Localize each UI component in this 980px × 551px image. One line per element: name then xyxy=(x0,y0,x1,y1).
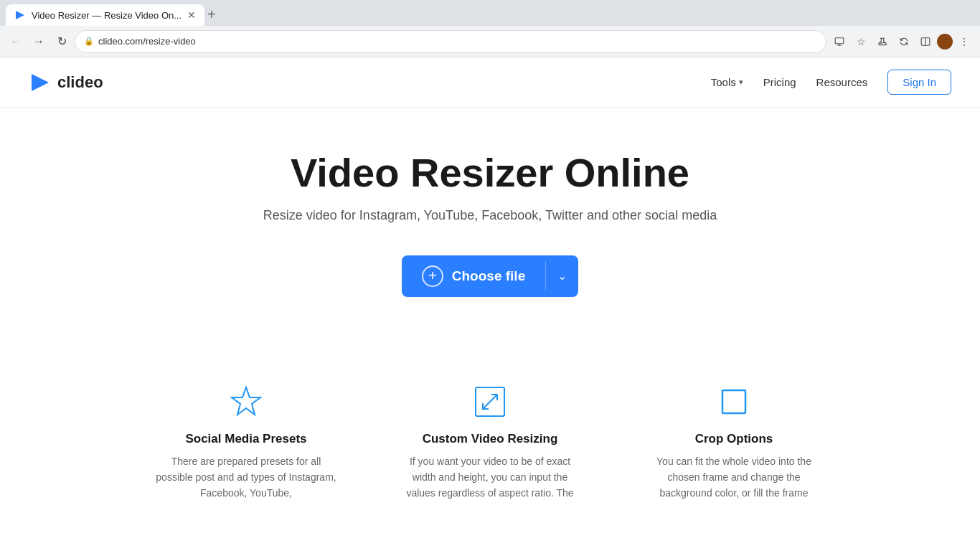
feature-custom-resizing: Custom Video Resizing If you want your v… xyxy=(397,383,583,501)
extension-puzzle-button[interactable] xyxy=(872,32,892,52)
logo-icon xyxy=(29,71,52,94)
crop-icon xyxy=(715,383,753,420)
nav-links: Tools ▾ Pricing Resources Sign In xyxy=(711,70,951,95)
back-button[interactable]: ← xyxy=(6,32,26,52)
menu-button[interactable]: ⋮ xyxy=(954,32,974,52)
tab-label: Video Resizer — Resize Video On... xyxy=(32,10,182,21)
choose-file-main-area[interactable]: + Choose file xyxy=(402,255,545,297)
svg-marker-4 xyxy=(32,74,49,91)
security-lock-icon: 🔒 xyxy=(84,37,94,46)
hero-section: Video Resizer Online Resize video for In… xyxy=(0,108,980,369)
reload-button[interactable]: ↻ xyxy=(52,32,72,52)
dropdown-chevron-icon: ⌄ xyxy=(557,269,567,283)
star-icon xyxy=(227,383,265,420)
logo[interactable]: clideo xyxy=(29,71,103,94)
pricing-nav-link[interactable]: Pricing xyxy=(763,76,796,88)
resources-nav-link[interactable]: Resources xyxy=(816,76,868,88)
feature-desc-2: If you want your video to be of exact wi… xyxy=(397,453,583,501)
feature-crop-options: Crop Options You can fit the whole video… xyxy=(641,383,827,501)
forward-button[interactable]: → xyxy=(29,32,49,52)
browser-window: Video Resizer — Resize Video On... ✕ + ←… xyxy=(0,0,980,551)
feature-title-3: Crop Options xyxy=(641,432,827,446)
choose-file-label: Choose file xyxy=(452,268,525,284)
svg-rect-8 xyxy=(722,390,745,413)
svg-line-7 xyxy=(483,395,497,409)
feature-desc-1: There are prepared presets for all possi… xyxy=(153,453,339,501)
bookmark-button[interactable]: ☆ xyxy=(851,32,871,52)
feature-title-2: Custom Video Resizing xyxy=(397,432,583,446)
svg-marker-0 xyxy=(16,11,24,19)
split-screen-button[interactable] xyxy=(915,32,936,52)
resize-icon xyxy=(471,383,509,420)
logo-text: clideo xyxy=(57,73,103,92)
tools-chevron-icon: ▾ xyxy=(739,77,743,87)
svg-rect-1 xyxy=(835,37,844,43)
page-content: clideo Tools ▾ Pricing Resources Sign In… xyxy=(0,57,980,551)
url-text: clideo.com/resize-video xyxy=(98,36,817,47)
cast-button[interactable] xyxy=(829,32,849,52)
new-tab-button[interactable]: + xyxy=(207,6,216,23)
browser-tabs-bar: Video Resizer — Resize Video On... ✕ + xyxy=(0,0,980,26)
page-title: Video Resizer Online xyxy=(29,151,951,195)
site-navigation: clideo Tools ▾ Pricing Resources Sign In xyxy=(0,57,980,108)
features-section: Social Media Presets There are prepared … xyxy=(0,369,980,530)
address-bar[interactable]: 🔒 clideo.com/resize-video xyxy=(75,30,826,53)
file-upload-container: + Choose file ⌄ xyxy=(29,255,951,297)
user-avatar[interactable] xyxy=(937,34,953,50)
hero-subtitle: Resize video for Instagram, YouTube, Fac… xyxy=(29,208,951,223)
browser-toolbar: ← → ↻ 🔒 clideo.com/resize-video ☆ ⋮ xyxy=(0,26,980,57)
sync-button[interactable] xyxy=(894,32,914,52)
feature-social-media-presets: Social Media Presets There are prepared … xyxy=(153,383,339,501)
plus-icon: + xyxy=(422,265,443,287)
choose-file-dropdown-button[interactable]: ⌄ xyxy=(546,255,578,297)
signin-button[interactable]: Sign In xyxy=(887,70,951,95)
toolbar-actions: ☆ ⋮ xyxy=(829,32,974,52)
tab-close-button[interactable]: ✕ xyxy=(187,9,196,21)
feature-desc-3: You can fit the whole video into the cho… xyxy=(641,453,827,501)
choose-file-button[interactable]: + Choose file ⌄ xyxy=(402,255,578,297)
tab-favicon xyxy=(14,9,26,21)
tools-nav-link[interactable]: Tools ▾ xyxy=(711,76,743,88)
svg-marker-5 xyxy=(232,387,260,415)
active-tab[interactable]: Video Resizer — Resize Video On... ✕ xyxy=(6,4,204,26)
feature-title-1: Social Media Presets xyxy=(153,432,339,446)
